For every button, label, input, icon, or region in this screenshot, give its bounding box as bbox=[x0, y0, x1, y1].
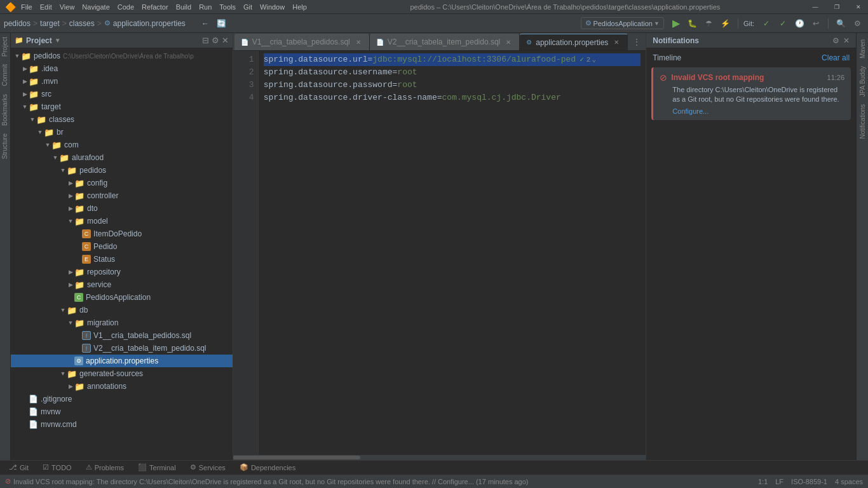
tree-item-db[interactable]: ▼ 📁 db bbox=[11, 304, 233, 316]
bottom-tab-git[interactable]: ⎇ Git bbox=[3, 461, 35, 475]
tree-item-target[interactable]: ▼ 📁 target bbox=[11, 100, 233, 113]
run-button[interactable]: ▶ bbox=[669, 17, 683, 30]
coverage-button[interactable]: ☂ bbox=[702, 17, 716, 30]
tree-item-idea[interactable]: ▶ 📁 .idea bbox=[11, 62, 233, 75]
tree-item-v1sql[interactable]: f V1__cria_tabela_pedidos.sql bbox=[11, 329, 233, 342]
bottom-tab-services[interactable]: ⚙ Services bbox=[184, 461, 232, 475]
tab-close-btn[interactable]: ✕ bbox=[354, 37, 363, 46]
menu-help[interactable]: Help bbox=[292, 3, 307, 11]
notifications-side-tab[interactable]: Notifications bbox=[858, 100, 867, 142]
git-history-icon[interactable]: 🕐 bbox=[792, 17, 806, 30]
menu-code[interactable]: Code bbox=[118, 3, 134, 11]
structure-tab[interactable]: Structure bbox=[0, 130, 10, 163]
tree-item-gitignore[interactable]: 📄 .gitignore bbox=[11, 393, 233, 405]
search-button[interactable]: 🔍 bbox=[834, 17, 848, 30]
bottom-tab-terminal[interactable]: ⬛ Terminal bbox=[132, 461, 182, 475]
tree-item-com[interactable]: ▼ 📁 com bbox=[11, 139, 233, 151]
menu-git[interactable]: Git bbox=[243, 3, 252, 11]
tree-item-status[interactable]: E Status bbox=[11, 253, 233, 266]
tree-item-appprops[interactable]: ⚙ application.properties bbox=[11, 355, 233, 367]
notifications-close-icon[interactable]: ✕ bbox=[843, 36, 850, 45]
tree-item-pedidosapp[interactable]: C PedidosApplication bbox=[11, 291, 233, 304]
git-revert-icon[interactable]: ↩ bbox=[809, 17, 823, 30]
cursor-position[interactable]: 1:1 bbox=[758, 478, 768, 485]
editor-scrollbar[interactable] bbox=[233, 455, 646, 460]
maximize-button[interactable]: ❐ bbox=[832, 3, 841, 11]
minimize-button[interactable]: — bbox=[811, 3, 820, 11]
menu-build[interactable]: Build bbox=[176, 3, 191, 11]
menu-run[interactable]: Run bbox=[199, 3, 212, 11]
scrollbar-thumb[interactable] bbox=[233, 456, 360, 459]
tab-appprops[interactable]: ⚙ application.properties ✕ bbox=[520, 34, 628, 50]
tree-item-pedido[interactable]: C Pedido bbox=[11, 240, 233, 253]
bottom-tab-dependencies[interactable]: 📦 Dependencies bbox=[233, 461, 302, 475]
menu-navigate[interactable]: Navigate bbox=[82, 3, 109, 11]
tree-item-v2sql[interactable]: f V2__cria_tabela_item_pedido.sql bbox=[11, 342, 233, 355]
tree-item-classes[interactable]: ▼ 📁 classes bbox=[11, 113, 233, 126]
tree-arrow: ▼ bbox=[67, 218, 74, 224]
project-dropdown-icon[interactable]: ▼ bbox=[55, 37, 61, 44]
bottom-tab-todo[interactable]: ☑ TODO bbox=[36, 461, 78, 475]
tree-item-annotations[interactable]: ▶ 📁 annotations bbox=[11, 380, 233, 393]
tree-item-generated[interactable]: ▼ 📁 generated-sources bbox=[11, 367, 233, 380]
bc-pedidos[interactable]: pedidos bbox=[4, 19, 31, 28]
close-button[interactable]: ✕ bbox=[854, 3, 863, 11]
bc-target[interactable]: target bbox=[40, 19, 60, 28]
tree-item-dto[interactable]: ▶ 📁 dto bbox=[11, 202, 233, 215]
collapse-all-icon[interactable]: ⊟ bbox=[202, 36, 209, 45]
encoding[interactable]: ISO-8859-1 bbox=[791, 478, 827, 485]
code-editor[interactable]: spring.datasource.url=jdbc:mysql://local… bbox=[259, 51, 646, 455]
menu-window[interactable]: Window bbox=[260, 3, 285, 11]
tree-item-mvnwcmd[interactable]: 📄 mvnw.cmd bbox=[11, 418, 233, 431]
tree-item-controller[interactable]: ▶ 📁 controller bbox=[11, 189, 233, 202]
tree-item-config[interactable]: ▶ 📁 config bbox=[11, 177, 233, 189]
more-tabs-btn[interactable]: ⋮ bbox=[628, 34, 646, 50]
git-check-icon[interactable]: ✓ bbox=[759, 17, 773, 30]
project-tab[interactable]: Project bbox=[0, 33, 10, 60]
indent-info[interactable]: 4 spaces bbox=[835, 478, 863, 485]
menu-view[interactable]: View bbox=[60, 3, 75, 11]
menu-tools[interactable]: Tools bbox=[219, 3, 236, 11]
tab-close-btn[interactable]: ✕ bbox=[612, 38, 621, 47]
menu-refactor[interactable]: Refactor bbox=[142, 3, 168, 11]
jpa-buddy-tab[interactable]: JPA Buddy bbox=[858, 62, 867, 100]
close-panel-icon[interactable]: ✕ bbox=[222, 36, 229, 45]
expand-icon[interactable]: ⌄ bbox=[592, 53, 596, 66]
settings-button[interactable]: ⚙ bbox=[850, 17, 864, 30]
tree-item-br[interactable]: ▼ 📁 br bbox=[11, 126, 233, 139]
clear-all-button[interactable]: Clear all bbox=[822, 53, 850, 62]
tree-item-pedidos[interactable]: ▼ 📁 pedidos bbox=[11, 164, 233, 177]
git-check2-icon[interactable]: ✓ bbox=[776, 17, 790, 30]
line-ending[interactable]: LF bbox=[775, 478, 783, 485]
bookmarks-tab[interactable]: Bookmarks bbox=[0, 90, 10, 130]
tree-item-itemdopedido[interactable]: C ItemDoPedido bbox=[11, 227, 233, 240]
menu-edit[interactable]: Edit bbox=[40, 3, 52, 11]
bc-file[interactable]: application.properties bbox=[113, 19, 186, 28]
tab-v2sql[interactable]: 📄 V2__cria_tabela_item_pedido.sql ✕ bbox=[370, 34, 520, 50]
tree-item-repository[interactable]: ▶ 📁 repository bbox=[11, 266, 233, 278]
debug-button[interactable]: 🐛 bbox=[686, 17, 700, 30]
tab-v1sql[interactable]: 📄 V1__cria_tabela_pedidos.sql ✕ bbox=[234, 34, 370, 50]
tree-item-model[interactable]: ▼ 📁 model bbox=[11, 215, 233, 227]
tree-item-service[interactable]: ▶ 📁 service bbox=[11, 278, 233, 291]
tree-item-mvnw[interactable]: 📄 mvnw bbox=[11, 405, 233, 418]
tree-item-pedidos-root[interactable]: ▼ 📁 pedidos C:\Users\Cleiton\OneDrive\Ár… bbox=[11, 50, 233, 62]
vcs-back-btn[interactable]: ← bbox=[198, 17, 212, 30]
configure-link[interactable]: Configure... bbox=[672, 107, 844, 115]
git-label: Git: bbox=[743, 20, 754, 27]
maven-tab[interactable]: Maven bbox=[858, 36, 867, 62]
vcs-forward-btn[interactable]: 🔄 bbox=[215, 17, 229, 30]
profile-button[interactable]: ⚡ bbox=[719, 17, 733, 30]
bottom-tab-problems[interactable]: ⚠ Problems bbox=[79, 461, 130, 475]
tree-item-src[interactable]: ▶ 📁 src bbox=[11, 88, 233, 100]
commit-tab[interactable]: Commit bbox=[0, 60, 10, 90]
tree-item-migration[interactable]: ▼ 📁 migration bbox=[11, 316, 233, 329]
tree-item-mvn[interactable]: ▶ 📁 .mvn bbox=[11, 75, 233, 88]
menu-file[interactable]: File bbox=[21, 3, 32, 11]
notifications-settings-icon[interactable]: ⚙ bbox=[832, 36, 839, 45]
settings-icon[interactable]: ⚙ bbox=[212, 36, 219, 45]
bc-classes[interactable]: classes bbox=[69, 19, 95, 28]
run-config-selector[interactable]: ⚙ PedidosApplication ▼ bbox=[581, 17, 664, 29]
tree-item-alurafood[interactable]: ▼ 📁 alurafood bbox=[11, 151, 233, 164]
tab-close-btn[interactable]: ✕ bbox=[504, 37, 513, 46]
